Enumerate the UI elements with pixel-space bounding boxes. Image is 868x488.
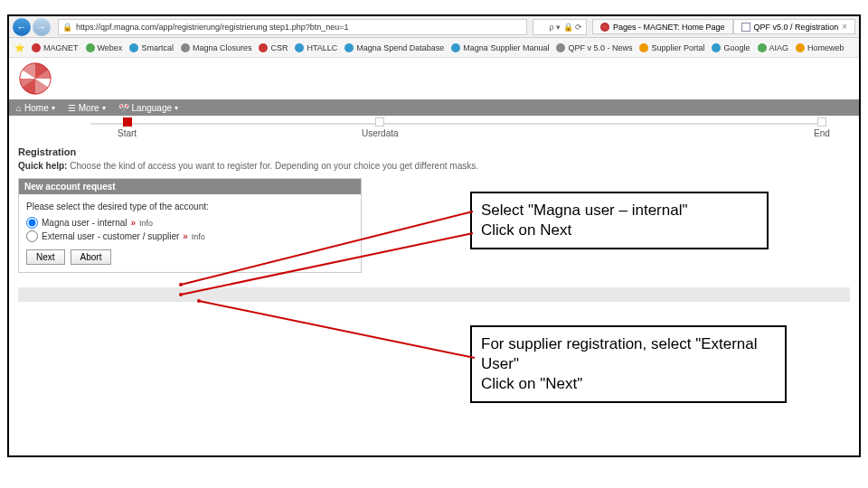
- bookmark[interactable]: Supplier Portal: [639, 43, 704, 52]
- bookmark[interactable]: AIAG: [758, 43, 789, 52]
- app-menu-bar: ⌂ Home▾ ☰ More▾ 🎌 Language▾: [9, 99, 859, 116]
- flag-icon: 🎌: [118, 103, 129, 113]
- step-end: End: [814, 117, 830, 138]
- bookmark[interactable]: Webex: [86, 43, 123, 52]
- favicon-icon: [758, 43, 767, 52]
- tab-favicon-red: [600, 23, 609, 32]
- favicon-icon: [639, 43, 648, 52]
- step-start: Start: [118, 117, 137, 138]
- bookmark[interactable]: Homeweb: [796, 43, 844, 52]
- option-internal[interactable]: Magna user - internal » Info: [26, 217, 354, 229]
- close-icon[interactable]: ×: [842, 22, 847, 32]
- bookmark[interactable]: Smartcal: [129, 43, 174, 52]
- bookmark[interactable]: MAGNET: [32, 43, 79, 52]
- favicon-icon: [712, 43, 721, 52]
- menu-language[interactable]: 🎌 Language▾: [118, 103, 179, 113]
- favicon-icon: [129, 43, 138, 52]
- bookmarks-bar: ⭐ MAGNET Webex Smartcal Magna Closures C…: [9, 38, 859, 58]
- lock-icon: 🔒: [62, 23, 72, 32]
- panel-prompt: Please select the desired type of the ac…: [26, 202, 354, 211]
- menu-home[interactable]: ⌂ Home▾: [16, 103, 55, 113]
- search-controls[interactable]: ρ ▾ 🔒 ⟳: [533, 19, 587, 35]
- account-request-panel: New account request Please select the de…: [18, 178, 362, 273]
- radio-internal[interactable]: [26, 217, 38, 229]
- bookmark[interactable]: Magna Supplier Manual: [451, 43, 549, 52]
- bookmark[interactable]: HTALLC: [295, 43, 337, 52]
- footer-strip: [18, 287, 850, 302]
- favicon-icon: [796, 43, 805, 52]
- abort-button[interactable]: Abort: [71, 249, 112, 265]
- bookmark[interactable]: CSR: [259, 43, 288, 52]
- radio-external[interactable]: [26, 230, 38, 242]
- favicon-icon: [181, 43, 190, 52]
- favicon-icon: [86, 43, 95, 52]
- tab-pages[interactable]: Pages - MAGNET: Home Page: [592, 19, 733, 34]
- slide-frame: ← → 🔒 https://qpf.magna.com/app/registri…: [7, 14, 861, 457]
- favicon-icon: [32, 43, 41, 52]
- list-icon: ☰: [68, 103, 76, 113]
- menu-more[interactable]: ☰ More▾: [68, 103, 106, 113]
- address-bar[interactable]: 🔒 https://qpf.magna.com/app/registrierun…: [58, 19, 527, 35]
- favicon-icon: [344, 43, 354, 52]
- favicon-icon: [259, 43, 268, 52]
- logo-area: [9, 58, 859, 99]
- callout-internal: Select "Magna user – internal" Click on …: [470, 192, 769, 249]
- tab-label: QPF v5.0 / Registration: [754, 23, 839, 32]
- quick-help: Quick help: Choose the kind of access yo…: [18, 161, 850, 171]
- url-text: https://qpf.magna.com/app/registrierung/…: [76, 23, 348, 32]
- callout-external: For supplier registration, select "Exter…: [470, 325, 787, 403]
- bookmark[interactable]: Google: [712, 43, 750, 52]
- progress-steps: Start Userdata End: [9, 116, 859, 146]
- bookmark[interactable]: Magna Closures: [181, 43, 252, 52]
- nav-back-button[interactable]: ←: [13, 18, 31, 36]
- svg-line-3: [199, 301, 475, 358]
- favicon-icon: [556, 43, 565, 52]
- next-button[interactable]: Next: [26, 249, 65, 265]
- favorites-icon[interactable]: ⭐: [14, 43, 24, 52]
- panel-title: New account request: [19, 179, 361, 194]
- page-title: Registration: [18, 146, 850, 157]
- favicon-icon: [451, 43, 460, 52]
- tab-strip: Pages - MAGNET: Home Page QPF v5.0 / Reg…: [592, 19, 855, 34]
- tab-label: Pages - MAGNET: Home Page: [613, 23, 725, 32]
- ie-toolbar: ← → 🔒 https://qpf.magna.com/app/registri…: [9, 16, 859, 38]
- magna-logo-icon: [18, 61, 52, 96]
- bookmark[interactable]: Magna Spend Database: [344, 43, 444, 52]
- tab-qpf[interactable]: QPF v5.0 / Registration ×: [733, 19, 855, 34]
- home-icon: ⌂: [16, 103, 22, 113]
- option-external[interactable]: External user - customer / supplier » In…: [26, 230, 354, 242]
- nav-forward-button[interactable]: →: [33, 18, 51, 36]
- favicon-icon: [295, 43, 304, 52]
- bookmark[interactable]: QPF v 5.0 - News: [556, 43, 632, 52]
- step-userdata: Userdata: [362, 117, 399, 138]
- tab-favicon-blue: [741, 23, 750, 32]
